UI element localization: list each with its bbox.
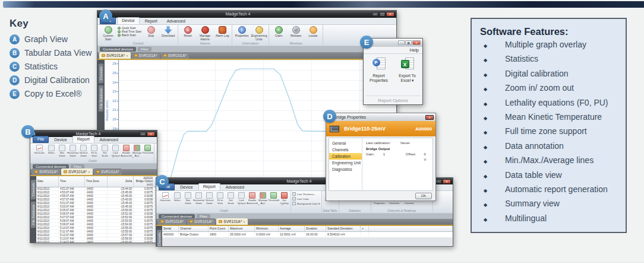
stats-column-header[interactable]: + bbox=[361, 226, 369, 231]
stats-column-header[interactable]: Minimum bbox=[255, 226, 279, 231]
ribbon-button-locate[interactable]: Locate bbox=[305, 26, 321, 38]
document-tab[interactable]: SVR101A* bbox=[32, 168, 60, 175]
panel-tab-files[interactable]: Files bbox=[138, 47, 151, 52]
ribbon-button-manage-alarms[interactable]: Manage Alarms bbox=[197, 26, 213, 41]
document-tab[interactable]: SVR101A*× bbox=[216, 218, 248, 225]
tab-device[interactable]: Device bbox=[176, 184, 197, 190]
ribbon-button-properties[interactable]: Properties bbox=[234, 26, 250, 38]
nav-item-calibration[interactable]: Calibration bbox=[329, 153, 362, 160]
ribbon-button-quick-start[interactable]: Quick Start bbox=[118, 27, 141, 30]
ribbon-button-set-cooling-flags[interactable]: Set Cooling Flags bbox=[279, 192, 289, 205]
dialog-d-titlebar[interactable]: Bridge Properties ✕ bbox=[326, 113, 435, 121]
nav-item-channels[interactable]: Channels bbox=[329, 146, 362, 153]
ribbon-button-custom-start[interactable]: Custom Start bbox=[100, 26, 116, 41]
ribbon-button-fit-to-view[interactable]: Fit to View bbox=[215, 192, 225, 205]
column-header[interactable]: Time bbox=[59, 176, 85, 187]
side-tab-channels[interactable]: Channels bbox=[31, 180, 36, 199]
side-tab-channels[interactable]: Channels bbox=[99, 63, 103, 83]
stats-column-header[interactable]: Standard Deviation bbox=[326, 226, 361, 231]
ribbon-button-horizontal-zoom[interactable]: Horizontal Zoom bbox=[68, 144, 78, 157]
ribbon-button-alarm-log[interactable]: Alarm Log bbox=[214, 26, 230, 38]
window-a-titlebar[interactable]: MadgeTech 4 — ▢ ✕ bbox=[97, 11, 396, 18]
side-tab-file-database[interactable]: File Database bbox=[31, 202, 36, 228]
ribbon-button-vertical-zoom[interactable]: Vertical Zoom bbox=[78, 144, 89, 157]
report-properties-button[interactable]: PReport Properties bbox=[367, 58, 392, 95]
ribbon-button-reset[interactable]: Reset bbox=[180, 26, 195, 38]
ribbon-button-batch-start[interactable]: Batch Start bbox=[118, 34, 141, 37]
column-header[interactable]: Time Zone bbox=[85, 176, 108, 187]
ribbon-button-set-scale[interactable]: Set Scale bbox=[100, 144, 110, 157]
ribbon-button-box-zoom[interactable]: Box Zoom bbox=[57, 144, 67, 157]
stats-row[interactable]: A00000Bridge Output180025.0000 mV0.0000 … bbox=[162, 232, 453, 238]
ribbon-button-box-zoom[interactable]: Box Zoom bbox=[183, 192, 193, 205]
ribbon-option-line-color[interactable]: Line Color bbox=[292, 197, 320, 200]
ribbon-button-select[interactable]: Select bbox=[172, 192, 182, 202]
tab-file[interactable]: File bbox=[33, 136, 49, 143]
tab-advanced[interactable]: Advanced bbox=[96, 137, 122, 143]
table-row[interactable]: 6/11/20135:14:07 AM-0400-16:00:000.0075 bbox=[36, 241, 157, 243]
document-tab[interactable]: SVR101A* bbox=[161, 52, 189, 59]
stats-column-header[interactable]: Channel bbox=[179, 226, 209, 231]
panel-tab-connected-devices[interactable]: Connected devices bbox=[100, 47, 136, 52]
ribbon-button-vertical-zoom[interactable]: Vertical Zoom bbox=[204, 192, 214, 205]
document-tab[interactable]: SVR101A* bbox=[158, 218, 186, 225]
side-tab-file-database[interactable]: File Database bbox=[99, 85, 103, 111]
ribbon-button-fit-to-view[interactable]: Fit to View bbox=[89, 144, 99, 157]
ribbon-button-select[interactable]: Select bbox=[46, 144, 56, 155]
close-button[interactable]: ✕ bbox=[443, 179, 451, 184]
nav-item-diagnostics[interactable]: Diagnostics bbox=[329, 166, 362, 173]
gain-value[interactable]: 1 bbox=[383, 152, 406, 163]
ribbon-button-generate[interactable]: Generate bbox=[159, 192, 172, 202]
close-button[interactable]: ✕ bbox=[412, 40, 421, 45]
ribbon-button-engineering-units[interactable]: Engineering Units bbox=[251, 26, 267, 41]
close-tab-icon[interactable]: × bbox=[88, 169, 90, 175]
ribbon-button-enable-autoscroll[interactable]: Enable Autoscroll bbox=[247, 192, 257, 205]
minimize-button[interactable]: — bbox=[372, 12, 378, 17]
side-tab-channels[interactable]: Channels bbox=[157, 230, 162, 246]
ribbon-button-stop[interactable]: Stop bbox=[143, 26, 159, 38]
tab-advanced[interactable]: Advanced bbox=[222, 184, 248, 190]
nav-item-engineering-unit[interactable]: Engineering Unit bbox=[329, 160, 362, 166]
maximize-button[interactable]: ▢ bbox=[379, 12, 386, 17]
ribbon-button-set-scale[interactable]: Set Scale bbox=[226, 192, 236, 205]
stats-column-header[interactable]: Maximum bbox=[229, 226, 255, 231]
ribbon-button-download[interactable]: Download bbox=[160, 26, 176, 38]
document-tab[interactable]: SVR101A*× bbox=[61, 168, 93, 175]
ribbon-option-line-thickness[interactable]: Line Thickness bbox=[292, 192, 320, 196]
tab-advanced[interactable]: Advanced bbox=[163, 18, 190, 24]
minimize-button[interactable]: — bbox=[398, 40, 405, 45]
ribbon-button-manage-axis-positions[interactable]: Manage Axis Positions bbox=[258, 192, 268, 205]
document-tab[interactable]: SVR101A* bbox=[187, 218, 215, 225]
ribbon-button-horizontal-zoom[interactable]: Horizontal Zoom bbox=[194, 192, 204, 205]
close-button[interactable]: ✕ bbox=[147, 132, 155, 136]
maximize-button[interactable]: ▣ bbox=[405, 40, 412, 45]
tab-report[interactable]: Report bbox=[141, 18, 162, 24]
tab-report[interactable]: Report bbox=[198, 183, 220, 190]
minimize-button[interactable]: — bbox=[435, 179, 442, 184]
ribbon-button-manage-axis-positions[interactable]: Manage Axis Positions bbox=[132, 144, 142, 158]
ribbon-button-enable-autoscroll[interactable]: Enable Autoscroll bbox=[121, 144, 131, 157]
ribbon-button-real-time-start[interactable]: Real Time Start bbox=[118, 30, 141, 33]
document-tab[interactable]: SVR101A* bbox=[132, 52, 160, 59]
tab-report[interactable]: Report bbox=[72, 136, 94, 143]
close-button[interactable]: ✕ bbox=[386, 12, 394, 17]
column-header[interactable]: Date bbox=[36, 176, 59, 187]
close-tab-icon[interactable]: × bbox=[243, 219, 245, 225]
close-tab-icon[interactable]: × bbox=[126, 53, 128, 59]
export-excel-button[interactable]: XExport To Excel ▾ bbox=[395, 58, 420, 95]
data-table[interactable]: DateTimeTime ZoneDeltaA02020Bridge Outpu… bbox=[36, 176, 157, 243]
document-tab[interactable]: SVR101A* bbox=[94, 168, 122, 175]
ribbon-button-claim[interactable]: Claim bbox=[271, 26, 286, 38]
tab-device[interactable]: Device bbox=[50, 137, 71, 143]
stats-column-header[interactable]: Point Count bbox=[209, 226, 229, 231]
ribbon-button-generate[interactable]: Generate bbox=[33, 144, 46, 155]
ribbon-button-threshold[interactable]: Threshold bbox=[269, 192, 279, 202]
stats-column-header[interactable]: Average bbox=[279, 226, 305, 231]
nav-item-general[interactable]: General bbox=[329, 140, 362, 146]
stats-column-header[interactable]: Duration bbox=[305, 226, 326, 231]
close-button[interactable]: ✕ bbox=[425, 115, 434, 120]
minimize-button[interactable]: — bbox=[140, 132, 146, 136]
ribbon-button-lock-vertical-scale[interactable]: Lock Vertical Scale bbox=[111, 144, 121, 158]
ribbon-button-threshold[interactable]: Threshold bbox=[143, 144, 153, 155]
document-tab[interactable]: SVR101A*× bbox=[99, 52, 131, 59]
